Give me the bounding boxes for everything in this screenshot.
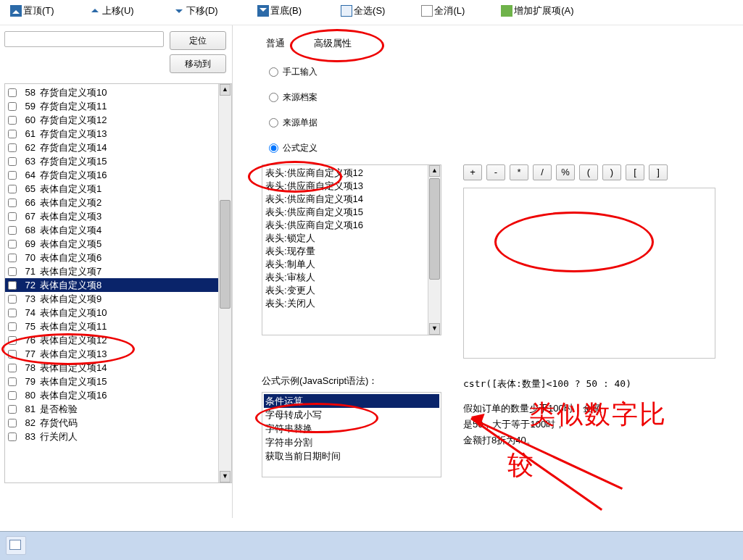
operator-button[interactable]: / <box>533 164 552 180</box>
operator-button[interactable]: * <box>510 164 528 180</box>
operator-button[interactable]: ) <box>602 164 621 180</box>
list-item[interactable]: 68表体自定义项4 <box>5 223 218 237</box>
example-item[interactable]: 字符串替换 <box>265 422 438 435</box>
list-item[interactable]: 72表体自定义项8 <box>5 278 218 292</box>
field-item[interactable]: 表头:供应商自定义项14 <box>265 193 425 206</box>
row-checkbox[interactable] <box>8 419 17 427</box>
row-checkbox[interactable] <box>8 336 17 345</box>
toolbar-up[interactable]: 上移(U) <box>89 4 134 17</box>
moveto-button[interactable]: 移动到 <box>170 54 226 73</box>
list-item[interactable]: 65表体自定义项1 <box>5 182 218 196</box>
locate-button[interactable]: 定位 <box>170 31 226 50</box>
tab-normal[interactable]: 普通 <box>262 35 289 51</box>
operator-button[interactable]: % <box>556 164 575 180</box>
example-item[interactable]: 字符串分割 <box>265 435 438 449</box>
toolbar-addext[interactable]: 增加扩展项(A) <box>501 4 573 17</box>
radio-srcdoc[interactable]: 来源单据 <box>269 117 743 129</box>
list-item[interactable]: 69表体自定义项5 <box>5 237 218 251</box>
row-checkbox[interactable] <box>8 240 17 248</box>
operator-button[interactable]: ] <box>649 164 668 180</box>
expression-box[interactable] <box>463 188 715 359</box>
operator-button[interactable]: [ <box>626 164 644 180</box>
toolbar-bottom[interactable]: 置底(B) <box>257 4 302 17</box>
row-checkbox[interactable] <box>8 185 17 193</box>
row-checkbox[interactable] <box>8 267 17 276</box>
list-item[interactable]: 70表体自定义项6 <box>5 251 218 264</box>
filter-input[interactable] <box>4 31 164 47</box>
list-item[interactable]: 71表体自定义项7 <box>5 264 218 278</box>
taskbar-app-icon[interactable] <box>6 536 26 555</box>
row-checkbox[interactable] <box>8 130 17 138</box>
toolbar-top[interactable]: 置顶(T) <box>10 4 54 17</box>
row-checkbox[interactable] <box>8 198 17 207</box>
row-checkbox[interactable] <box>8 171 17 180</box>
list-item[interactable]: 73表体自定义项9 <box>5 292 218 306</box>
fields-scrollbar[interactable]: ▲ ▼ <box>428 165 441 335</box>
row-checkbox[interactable] <box>8 116 17 125</box>
list-item[interactable]: 59存货自定义项11 <box>5 99 218 113</box>
toolbar-desel[interactable]: 全消(L) <box>421 4 465 17</box>
operator-button[interactable]: + <box>463 164 482 180</box>
row-checkbox[interactable] <box>8 391 17 400</box>
list-item[interactable]: 63存货自定义项15 <box>5 154 218 168</box>
row-checkbox[interactable] <box>8 102 17 111</box>
row-checkbox[interactable] <box>8 88 17 97</box>
radio-manual[interactable]: 手工输入 <box>269 66 743 78</box>
field-item[interactable]: 表头:供应商自定义项13 <box>265 180 425 193</box>
list-item[interactable]: 80表体自定义项16 <box>5 388 218 402</box>
list-item[interactable]: 76表体自定义项12 <box>5 333 218 347</box>
list-item[interactable]: 62存货自定义项14 <box>5 141 218 154</box>
list-item[interactable]: 79表体自定义项15 <box>5 375 218 388</box>
field-item[interactable]: 表头:供应商自定义项15 <box>265 206 425 219</box>
list-item[interactable]: 81是否检验 <box>5 402 218 416</box>
row-checkbox[interactable] <box>8 157 17 166</box>
field-item[interactable]: 表头:现存量 <box>265 245 425 258</box>
scroll-down-icon[interactable]: ▼ <box>429 323 440 335</box>
row-checkbox[interactable] <box>8 322 17 331</box>
row-checkbox[interactable] <box>8 226 17 235</box>
list-item[interactable]: 77表体自定义项13 <box>5 347 218 361</box>
row-checkbox[interactable] <box>8 281 17 290</box>
field-item[interactable]: 表头:制单人 <box>265 258 425 271</box>
row-checkbox[interactable] <box>8 212 17 221</box>
example-item[interactable]: 获取当前日期时间 <box>265 449 438 463</box>
left-scrollbar[interactable]: ▲ ▼ <box>218 84 231 482</box>
example-item[interactable]: 条件运算 <box>264 394 439 408</box>
scroll-up-icon[interactable]: ▲ <box>220 84 231 96</box>
row-checkbox[interactable] <box>8 364 17 372</box>
operator-button[interactable]: - <box>486 164 505 180</box>
field-item[interactable]: 表头:供应商自定义项12 <box>265 167 425 180</box>
field-item[interactable]: 表头:关闭人 <box>265 297 425 310</box>
list-item[interactable]: 66表体自定义项2 <box>5 196 218 209</box>
field-item[interactable]: 表头:供应商自定义项16 <box>265 219 425 232</box>
list-item[interactable]: 83行关闭人 <box>5 430 218 443</box>
row-checkbox[interactable] <box>8 309 17 317</box>
radio-srcfile[interactable]: 来源档案 <box>269 91 743 104</box>
list-item[interactable]: 78表体自定义项14 <box>5 361 218 375</box>
list-item[interactable]: 67表体自定义项3 <box>5 209 218 223</box>
scroll-down-icon[interactable]: ▼ <box>220 471 231 482</box>
row-checkbox[interactable] <box>8 295 17 304</box>
list-item[interactable]: 58存货自定义项10 <box>5 85 218 99</box>
row-checkbox[interactable] <box>8 432 17 441</box>
row-checkbox[interactable] <box>8 254 17 262</box>
row-checkbox[interactable] <box>8 143 17 152</box>
field-item[interactable]: 表头:变更人 <box>265 284 425 297</box>
row-checkbox[interactable] <box>8 377 17 386</box>
tab-advanced[interactable]: 高级属性 <box>310 35 356 51</box>
radio-formula[interactable]: 公式定义 <box>269 142 743 154</box>
list-item[interactable]: 74表体自定义项10 <box>5 306 218 319</box>
scroll-thumb[interactable] <box>429 178 440 280</box>
field-item[interactable]: 表头:锁定人 <box>265 232 425 245</box>
list-item[interactable]: 75表体自定义项11 <box>5 319 218 333</box>
list-item[interactable]: 60存货自定义项12 <box>5 113 218 127</box>
scroll-thumb[interactable] <box>220 200 231 309</box>
field-item[interactable]: 表头:审核人 <box>265 271 425 284</box>
operator-button[interactable]: ( <box>579 164 598 180</box>
list-item[interactable]: 61存货自定义项13 <box>5 127 218 141</box>
list-item[interactable]: 64存货自定义项16 <box>5 168 218 182</box>
example-item[interactable]: 字母转成小写 <box>265 408 438 422</box>
row-checkbox[interactable] <box>8 405 17 414</box>
list-item[interactable]: 82存货代码 <box>5 416 218 430</box>
row-checkbox[interactable] <box>8 350 17 359</box>
